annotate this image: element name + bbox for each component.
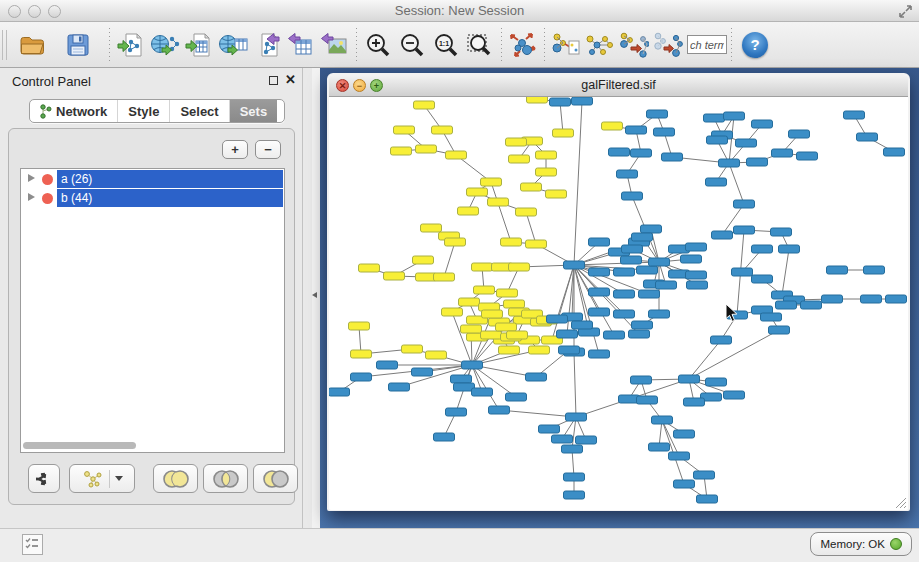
difference-button[interactable] [253, 464, 298, 493]
network-node-yellow[interactable] [414, 101, 435, 109]
network-node-blue[interactable] [576, 436, 597, 444]
network-node-yellow[interactable] [499, 346, 520, 354]
network-node-blue[interactable] [446, 408, 467, 416]
network-node-blue[interactable] [752, 275, 773, 283]
network-node-yellow[interactable] [426, 351, 447, 359]
set-label[interactable]: b (44) [57, 189, 283, 207]
network-node-blue[interactable] [734, 200, 755, 208]
network-node-blue[interactable] [857, 133, 878, 141]
network-node-yellow[interactable] [458, 207, 479, 215]
network-edge[interactable] [689, 330, 779, 379]
network-node-yellow[interactable] [446, 151, 467, 159]
network-edge[interactable] [444, 242, 455, 277]
network-node-blue[interactable] [614, 290, 635, 298]
network-node-blue[interactable] [669, 452, 690, 460]
network-node-yellow[interactable] [553, 129, 574, 137]
network-node-blue[interactable] [626, 126, 647, 134]
network-node-blue[interactable] [649, 443, 670, 451]
float-panel-button[interactable] [269, 76, 278, 85]
set-label[interactable]: a (26) [57, 170, 283, 188]
toolbar-drag-handle[interactable] [2, 30, 7, 60]
fullscreen-icon[interactable] [898, 4, 913, 19]
new-network-from-selection-button[interactable] [549, 26, 583, 64]
show-all-button[interactable] [651, 26, 685, 64]
network-node-yellow[interactable] [445, 238, 466, 246]
network-node-yellow[interactable] [349, 322, 370, 330]
network-node-blue[interactable] [704, 114, 725, 122]
tab-select[interactable]: Select [170, 100, 229, 122]
network-node-yellow[interactable] [384, 272, 405, 280]
expand-triangle-icon[interactable] [28, 193, 35, 201]
network-node-blue[interactable] [589, 350, 610, 358]
network-node-yellow[interactable] [359, 264, 380, 272]
network-edge[interactable] [574, 262, 659, 265]
network-node-blue[interactable] [686, 243, 707, 251]
network-node-yellow[interactable] [546, 190, 567, 198]
network-edge[interactable] [560, 102, 563, 133]
network-node-blue[interactable] [886, 295, 907, 303]
network-node-blue[interactable] [797, 152, 818, 160]
network-node-blue[interactable] [706, 378, 727, 386]
collapse-arrow-icon[interactable] [312, 292, 317, 298]
network-node-blue[interactable] [631, 376, 652, 384]
network-node-yellow[interactable] [481, 178, 502, 186]
network-node-blue[interactable] [632, 321, 653, 329]
network-edge[interactable] [574, 101, 582, 265]
network-node-blue[interactable] [694, 471, 715, 479]
network-node-blue[interactable] [462, 361, 483, 369]
network-node-blue[interactable] [632, 233, 653, 241]
network-node-blue[interactable] [389, 383, 410, 391]
network-node-blue[interactable] [861, 295, 882, 303]
network-node-blue[interactable] [724, 112, 745, 120]
network-node-blue[interactable] [771, 228, 792, 236]
network-node-yellow[interactable] [402, 345, 423, 353]
network-node-blue[interactable] [779, 245, 800, 253]
network-node-blue[interactable] [589, 238, 610, 246]
first-neighbors-button[interactable] [583, 26, 617, 64]
network-node-blue[interactable] [679, 375, 700, 383]
network-node-blue[interactable] [564, 473, 585, 481]
network-node-blue[interactable] [712, 231, 733, 239]
network-edge[interactable] [689, 340, 721, 379]
network-node-blue[interactable] [649, 310, 670, 318]
network-node-blue[interactable] [434, 433, 455, 441]
network-node-blue[interactable] [752, 245, 773, 253]
network-node-blue[interactable] [559, 346, 580, 354]
remove-set-button[interactable]: − [255, 140, 281, 159]
split-set-button[interactable] [28, 464, 60, 493]
network-node-blue[interactable] [637, 396, 658, 404]
network-node-yellow[interactable] [527, 97, 548, 103]
network-node-blue[interactable] [639, 290, 660, 298]
network-node-yellow[interactable] [482, 310, 503, 318]
network-node-blue[interactable] [662, 153, 683, 161]
network-node-yellow[interactable] [442, 308, 463, 316]
network-node-blue[interactable] [681, 255, 702, 263]
network-node-yellow[interactable] [432, 126, 453, 134]
network-node-blue[interactable] [539, 425, 560, 433]
close-panel-button[interactable]: ✕ [285, 72, 296, 87]
network-node-blue[interactable] [641, 225, 662, 233]
network-node-blue[interactable] [589, 268, 610, 276]
network-node-blue[interactable] [472, 388, 493, 396]
network-node-blue[interactable] [724, 391, 745, 399]
network-node-blue[interactable] [564, 261, 585, 269]
network-node-blue[interactable] [734, 226, 755, 234]
network-edge[interactable] [499, 410, 576, 417]
network-frame-titlebar[interactable]: ✕ − + galFiltered.sif [329, 75, 908, 97]
network-canvas[interactable] [329, 97, 908, 510]
network-node-blue[interactable] [614, 268, 635, 276]
network-node-blue[interactable] [557, 330, 578, 338]
apply-layout-button[interactable] [506, 26, 540, 64]
network-node-blue[interactable] [589, 288, 610, 296]
network-node-blue[interactable] [884, 148, 905, 156]
network-node-blue[interactable] [752, 120, 773, 128]
network-node-yellow[interactable] [529, 346, 550, 354]
network-node-blue[interactable] [801, 301, 822, 309]
network-node-blue[interactable] [572, 321, 593, 329]
network-node-yellow[interactable] [421, 224, 442, 232]
network-node-blue[interactable] [674, 430, 695, 438]
network-node-blue[interactable] [772, 149, 793, 157]
network-node-blue[interactable] [776, 301, 797, 309]
network-node-blue[interactable] [707, 136, 728, 144]
network-node-yellow[interactable] [434, 273, 455, 281]
